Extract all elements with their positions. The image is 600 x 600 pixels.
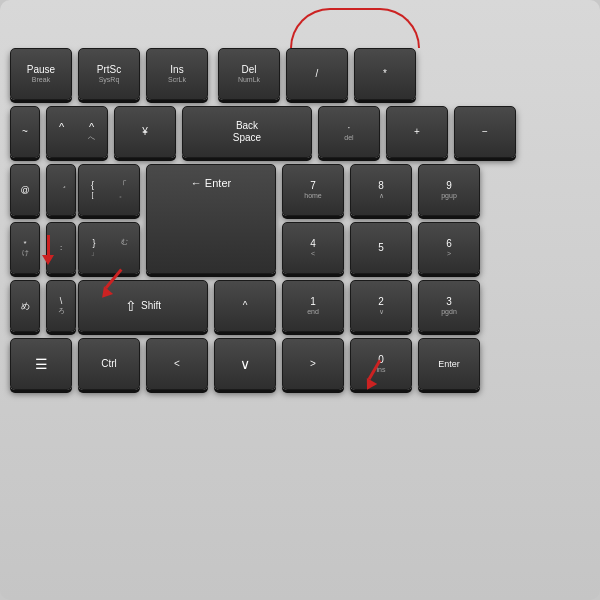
dakuten-key[interactable]: ゛ <box>46 164 76 216</box>
pause-break-main: Pause <box>27 64 55 76</box>
numpad-slash-main: / <box>316 68 319 80</box>
del-numlk-key[interactable]: Del NumLk <box>218 48 280 100</box>
numpad-1-key[interactable]: 1 end <box>282 280 344 332</box>
numpad-minus-key[interactable]: − <box>454 106 516 158</box>
brace-open-key[interactable]: {[ 「。 <box>78 164 140 216</box>
numpad-asterisk-key[interactable]: * <box>354 48 416 100</box>
caret-key[interactable]: ^ <box>214 280 276 332</box>
ctrl-key[interactable]: Ctrl <box>78 338 140 390</box>
caret-he-key[interactable]: ^ ^ へ <box>46 106 108 158</box>
pause-break-key[interactable]: Pause Break <box>10 48 72 100</box>
keyboard: Pause Break PrtSc SysRq Ins ScrLk Del Nu… <box>0 0 600 600</box>
ast-ke-key[interactable]: * け <box>10 222 40 274</box>
numpad-4-key[interactable]: 4 < <box>282 222 344 274</box>
numpad-plus-key[interactable]: + <box>386 106 448 158</box>
brace-close-key[interactable]: }」 む <box>78 222 140 274</box>
me-key[interactable]: め <box>10 280 40 332</box>
ins-main: Ins <box>170 64 183 76</box>
numpad-3-key[interactable]: 3 pgdn <box>418 280 480 332</box>
at-key[interactable]: @ <box>10 164 40 216</box>
numpad-6-key[interactable]: 6 > <box>418 222 480 274</box>
numpad-slash-key[interactable]: / <box>286 48 348 100</box>
tilde-key[interactable]: ~ <box>10 106 40 158</box>
shift-key[interactable]: ⇧ Shift <box>78 280 208 332</box>
ins-scrlk-key[interactable]: Ins ScrLk <box>146 48 208 100</box>
lt-key[interactable]: < <box>146 338 208 390</box>
numpad-7-key[interactable]: 7 home <box>282 164 344 216</box>
numpad-dot-key[interactable]: · del <box>318 106 380 158</box>
numpad-9-key[interactable]: 9 pgup <box>418 164 480 216</box>
ro-key[interactable]: \ ろ <box>46 280 76 332</box>
down-arrow-key[interactable]: ∨ <box>214 338 276 390</box>
gt-key[interactable]: > <box>282 338 344 390</box>
prtsc-sysrq-key[interactable]: PrtSc SysRq <box>78 48 140 100</box>
numpad-8-key[interactable]: 8 ∧ <box>350 164 412 216</box>
yen-key[interactable]: ¥ <box>114 106 176 158</box>
del-main: Del <box>241 64 256 76</box>
enter-key[interactable]: ← Enter <box>146 164 276 274</box>
red-arrow-1 <box>42 235 54 265</box>
prtsc-main: PrtSc <box>97 64 121 76</box>
numpad-asterisk-main: * <box>383 68 387 80</box>
red-arc-annotation <box>290 8 420 48</box>
pause-break-sub: Break <box>32 76 50 84</box>
ins-sub: ScrLk <box>168 76 186 84</box>
numpad-enter-key[interactable]: Enter <box>418 338 480 390</box>
numpad-2-key[interactable]: 2 ∨ <box>350 280 412 332</box>
del-sub: NumLk <box>238 76 260 84</box>
backspace-key[interactable]: Back Space <box>182 106 312 158</box>
numpad-5-key[interactable]: 5 <box>350 222 412 274</box>
prtsc-sub: SysRq <box>99 76 120 84</box>
menu-key[interactable]: ☰ <box>10 338 72 390</box>
